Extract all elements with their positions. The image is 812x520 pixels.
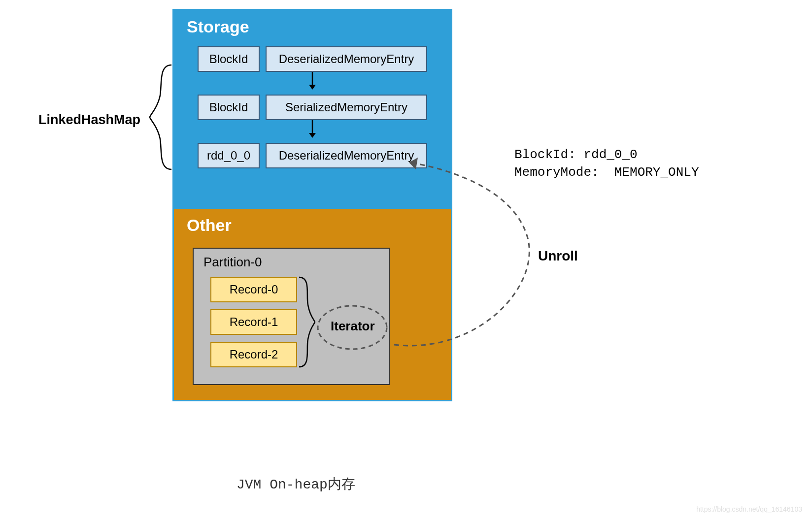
record-item: Record-0 [210, 277, 297, 302]
blockid-label: BlockId: [514, 147, 576, 162]
watermark: https://blog.csdn.net/qq_16146103 [696, 505, 802, 513]
other-section: Other Partition-0 Record-0 Record-1 Reco… [174, 209, 451, 400]
svg-marker-3 [309, 133, 316, 138]
linkedhashmap-label: LinkedHashMap [38, 112, 140, 128]
partition-title: Partition-0 [203, 255, 382, 270]
memmode-value: MEMORY_ONLY [614, 165, 699, 180]
map-key: BlockId [198, 95, 260, 120]
map-row-1: BlockId SerializedMemoryEntry [174, 95, 451, 120]
records-brace-icon [298, 275, 316, 369]
jvm-caption: JVM On-heap内存 [237, 475, 355, 493]
svg-marker-1 [309, 85, 316, 90]
left-brace-icon [148, 63, 172, 171]
iterator-label: Iterator [331, 319, 375, 334]
arrow-down-icon [174, 120, 451, 138]
map-val: DeserializedMemoryEntry [266, 143, 427, 168]
partition-box: Partition-0 Record-0 Record-1 Record-2 I… [193, 248, 390, 385]
map-row-0: BlockId DeserializedMemoryEntry [174, 46, 451, 72]
memmode-label: MemoryMode: [514, 165, 599, 180]
storage-section: Storage BlockId DeserializedMemoryEntry … [174, 10, 451, 209]
block-meta: BlockId: rdd_0_0 MemoryMode: MEMORY_ONLY [514, 146, 699, 182]
other-title: Other [174, 209, 451, 240]
unroll-label: Unroll [538, 248, 578, 264]
storage-title: Storage [174, 10, 451, 41]
map-key: BlockId [198, 46, 260, 72]
blockid-value: rdd_0_0 [583, 147, 637, 162]
memory-column: Storage BlockId DeserializedMemoryEntry … [172, 9, 452, 401]
arrow-down-icon [174, 72, 451, 90]
map-val: DeserializedMemoryEntry [266, 46, 427, 72]
record-item: Record-2 [210, 342, 297, 367]
map-key: rdd_0_0 [198, 143, 260, 168]
map-row-2: rdd_0_0 DeserializedMemoryEntry [174, 143, 451, 168]
record-item: Record-1 [210, 309, 297, 335]
map-val: SerializedMemoryEntry [266, 95, 427, 120]
